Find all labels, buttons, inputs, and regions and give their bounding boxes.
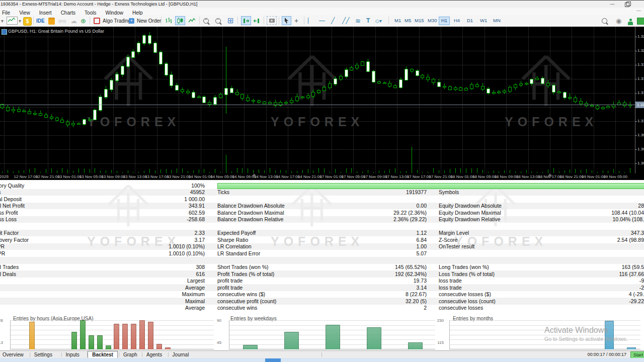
candle-body bbox=[475, 84, 479, 87]
screenshot-camera-icon[interactable] bbox=[267, 16, 277, 25]
ide-button[interactable]: IDE bbox=[36, 16, 45, 25]
algo-trading-button[interactable]: Algo Trading bbox=[94, 16, 131, 25]
candle-body bbox=[60, 120, 64, 122]
stat-value: -29.22 bbox=[493, 298, 644, 304]
deposit-icon[interactable]: $ bbox=[23, 17, 32, 26]
zoom-out-icon[interactable]: − bbox=[215, 16, 223, 25]
stat-label: Symbols bbox=[439, 189, 459, 195]
candlestick-chart[interactable]: YOFOREXYOFOREXYOFOREX GBPUSD, H1: Great … bbox=[0, 27, 635, 174]
gridline-vertical bbox=[92, 27, 92, 173]
stat-value: -9 bbox=[493, 278, 644, 284]
time-label: 13 Nov 21:00 bbox=[167, 174, 191, 179]
community-globe-icon[interactable]: ⊕ bbox=[80, 16, 86, 25]
volume-tick bbox=[237, 168, 237, 173]
timeframe-M1[interactable]: M1 bbox=[392, 17, 403, 24]
price-axis[interactable]: 1.322001.320001.318001.316001.314001.312… bbox=[635, 27, 644, 173]
mdi-minimize-icon[interactable]: — bbox=[636, 8, 641, 13]
volume-tick bbox=[133, 172, 133, 173]
timeframe-H4[interactable]: H4 bbox=[452, 17, 462, 24]
mini-gridline bbox=[10, 320, 214, 321]
time-label: 18 Nov 21:00 bbox=[560, 174, 584, 179]
volume-tick bbox=[335, 169, 336, 173]
crosshair-icon[interactable]: + bbox=[294, 16, 298, 25]
market-bag-icon[interactable] bbox=[48, 18, 55, 25]
timeframe-D1[interactable]: D1 bbox=[465, 17, 475, 24]
stat-label: consecutive wins bbox=[217, 305, 257, 311]
tab-overview[interactable]: Overview bbox=[0, 351, 28, 358]
stat-label: Ticks bbox=[217, 189, 229, 195]
candle-chart-mode-icon[interactable] bbox=[175, 16, 185, 25]
shift-chart-right-icon[interactable] bbox=[241, 16, 251, 25]
gridline-vertical bbox=[244, 27, 245, 173]
profile-icon[interactable] bbox=[628, 17, 633, 26]
stat-label: Long Trades (won %) bbox=[439, 264, 489, 270]
candle-body bbox=[235, 92, 239, 96]
volume-tick bbox=[275, 170, 276, 173]
line-chart-mode-icon[interactable] bbox=[188, 16, 196, 25]
volume-tick bbox=[548, 169, 548, 173]
gridline-vertical bbox=[441, 27, 441, 173]
mini-bar bbox=[326, 325, 340, 349]
tab-backtest[interactable]: Backtest bbox=[88, 351, 118, 358]
new-order-button[interactable]: + New Order bbox=[129, 16, 161, 25]
trendline-tool-icon[interactable]: ╱ bbox=[331, 16, 335, 25]
fibonacci-tool-icon[interactable]: ≋ bbox=[355, 16, 361, 25]
text-tool-icon[interactable]: T bbox=[366, 16, 370, 25]
tab-settings[interactable]: Settings bbox=[30, 351, 56, 358]
connection-status-icon[interactable] bbox=[637, 18, 644, 25]
cursor-icon[interactable] bbox=[282, 16, 291, 25]
minimize-button[interactable]: — bbox=[607, 1, 618, 8]
signals-icon[interactable]: ((o)) bbox=[58, 16, 66, 25]
grid-icon[interactable]: ⊞ bbox=[227, 16, 234, 25]
timeframe-W1[interactable]: W1 bbox=[478, 17, 489, 24]
stat-value: 10.04% (108. bbox=[493, 216, 644, 222]
chart-profile-button[interactable]: ▾ bbox=[7, 16, 21, 25]
shapes-tool-icon[interactable]: ◇▾ bbox=[375, 16, 382, 25]
volume-tick bbox=[259, 169, 259, 173]
mini-bar bbox=[139, 320, 145, 349]
timeframe-M30[interactable]: M30 bbox=[426, 17, 439, 24]
history-quality-bar bbox=[217, 183, 644, 189]
candle-body bbox=[165, 63, 168, 75]
volume-tick bbox=[406, 171, 407, 173]
tab-inputs[interactable]: Inputs bbox=[62, 351, 84, 358]
restore-button[interactable] bbox=[621, 1, 632, 8]
candle-body bbox=[323, 87, 326, 92]
tab-journal[interactable]: Journal bbox=[169, 351, 193, 358]
search-icon[interactable] bbox=[602, 16, 607, 25]
cloud-icon[interactable]: ☁ bbox=[70, 16, 77, 25]
stat-value: 2.54 (98.89 bbox=[493, 237, 644, 243]
chevron-down-icon[interactable]: ▾ bbox=[1, 16, 4, 25]
tab-agents[interactable]: Agents bbox=[142, 351, 166, 358]
bar-chart-mode-icon[interactable] bbox=[165, 16, 172, 25]
candle-body bbox=[39, 113, 42, 116]
yoforex-text-watermark: YOFOREX bbox=[87, 115, 180, 129]
taskbar-app-chip[interactable] bbox=[265, 358, 281, 362]
candle-body bbox=[546, 83, 550, 86]
stat-value: 163 (59.5 bbox=[493, 264, 644, 270]
zoom-in-icon[interactable]: + bbox=[203, 16, 211, 25]
time-label: 17 Nov 13:00 bbox=[385, 174, 409, 179]
candle-body bbox=[28, 111, 31, 114]
timeframe-M15[interactable]: M15 bbox=[413, 17, 426, 24]
volume-tick bbox=[389, 169, 390, 173]
time-axis[interactable]: 202512 Nov 17:0012 Nov 21:0013 Nov 01:00… bbox=[0, 173, 644, 180]
candle-body bbox=[290, 100, 293, 103]
mini-y-axis bbox=[449, 320, 450, 349]
title-bar: 1936354 - Exness-MT5Trial14: Demo Accoun… bbox=[0, 0, 644, 8]
volume-tick bbox=[537, 172, 537, 173]
candle-body bbox=[535, 78, 539, 80]
timeframe-M5[interactable]: M5 bbox=[403, 17, 413, 24]
vertical-line-tool-icon[interactable]: ⎸ bbox=[308, 16, 314, 25]
timeframe-MN[interactable]: MN bbox=[491, 17, 503, 24]
new-order-icon: + bbox=[129, 18, 134, 24]
help-icon[interactable]: ◉ bbox=[616, 16, 621, 25]
chart-symbol-icon bbox=[2, 29, 7, 35]
shift-chart-left-icon[interactable] bbox=[253, 16, 260, 25]
horizontal-line-tool-icon[interactable]: — bbox=[319, 16, 325, 25]
volume-tick bbox=[444, 170, 445, 173]
tab-graph[interactable]: Graph bbox=[119, 351, 141, 358]
volume-tick bbox=[521, 171, 521, 173]
timeframe-H1[interactable]: H1 bbox=[439, 17, 450, 25]
channel-tool-icon[interactable]: ╱╱ bbox=[342, 16, 349, 25]
